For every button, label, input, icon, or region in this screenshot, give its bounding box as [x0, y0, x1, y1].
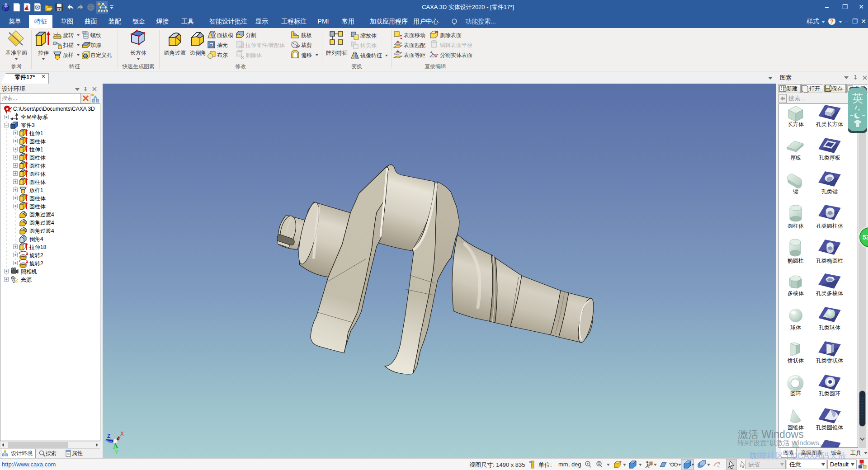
svg-text:Z: Z: [107, 433, 110, 439]
svg-text:53: 53: [863, 234, 868, 241]
svg-text:Y: Y: [115, 449, 118, 456]
svg-text:X: X: [120, 431, 124, 437]
svg-text:英: 英: [852, 92, 863, 104]
svg-text:?: ?: [830, 19, 833, 25]
